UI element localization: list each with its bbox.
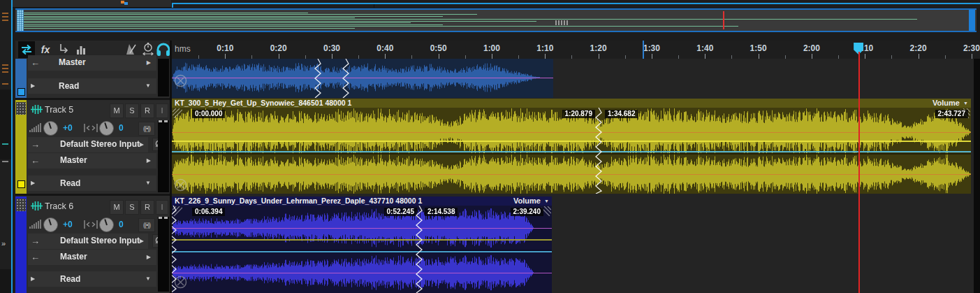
track5-output-selector[interactable]: ← Master ▶: [28, 153, 156, 169]
pan-icon: [84, 220, 98, 229]
track5-pan-knob[interactable]: [99, 121, 114, 136]
clip5-volume-envelope[interactable]: [172, 141, 971, 142]
meter-notch: [159, 120, 162, 122]
ruler-tick-label: 1:30: [643, 43, 660, 53]
track6-output-selector[interactable]: ← Master ▶: [28, 250, 156, 265]
track5-input-selector[interactable]: → Default Stereo Input ▶: [28, 137, 148, 152]
clip5-title: KT_300_5_Hey_Get_Up_Synowiec_846501 4800…: [175, 99, 351, 108]
panel-divider[interactable]: [170, 41, 172, 293]
expand-panel-chevrons[interactable]: »: [1, 239, 6, 248]
triangle-right-icon: ▶: [140, 238, 144, 245]
clip6-pan-envelope[interactable]: [172, 251, 552, 252]
clip6-volume-envelope[interactable]: [172, 239, 552, 241]
clip6-header[interactable]: KT_226_9_Sunny_Days_Under_Lehrman_Perez_…: [172, 196, 552, 206]
track5-drag-handle[interactable]: [16, 102, 26, 115]
clip-cut-zigzag[interactable]: [314, 59, 322, 98]
track6-name[interactable]: Track 6: [45, 201, 73, 211]
ruler-major-tick: [759, 54, 759, 59]
clip-time-label: 2:39.240: [511, 208, 543, 216]
clip-cut-zigzag[interactable]: [172, 206, 177, 293]
triangle-right-icon: ▶: [147, 157, 151, 164]
navigator-clip-line: [24, 14, 477, 15]
ruler-major-tick: [919, 54, 919, 59]
clip-time-label: 0:06.394: [192, 208, 225, 216]
editor-panel-focus-border-left: [172, 3, 173, 8]
track6-input-monitor-button[interactable]: I: [156, 200, 168, 215]
ruler-major-tick: [812, 54, 812, 59]
audio-clip-track5[interactable]: KT_300_5_Hey_Get_Up_Synowiec_846501 4800…: [172, 99, 971, 194]
track5-monitor-button[interactable]: ((•)): [138, 122, 155, 136]
track6-volume-value[interactable]: +0: [63, 220, 73, 229]
track5-color-strip[interactable]: [15, 100, 27, 194]
track5-solo-button[interactable]: S: [125, 103, 139, 118]
track5-volume-knob[interactable]: [43, 121, 58, 136]
clip6-center-line-R: [172, 273, 552, 273]
rail-marker: [2, 64, 8, 66]
track6-record-button[interactable]: R: [140, 200, 154, 215]
track4-automation-mode[interactable]: ▶ Read ▼: [28, 78, 156, 94]
clip-cut-zigzag[interactable]: [342, 59, 350, 98]
clip-cut-zigzag[interactable]: [594, 108, 603, 194]
clip5-header[interactable]: KT_300_5_Hey_Get_Up_Synowiec_846501 4800…: [172, 99, 971, 108]
audio-clip-track4[interactable]: [172, 59, 553, 98]
track5-automation-mode[interactable]: ▶ Read ▼: [28, 176, 156, 191]
track5-pan-value[interactable]: 0: [119, 123, 124, 133]
track-separator: [15, 98, 170, 100]
collapsed-panel-rail[interactable]: »: [0, 0, 11, 293]
track6-input-selector[interactable]: → Default Stereo Input ▶: [28, 234, 148, 249]
track5-record-button[interactable]: R: [140, 103, 154, 118]
audio-clip-track6[interactable]: KT_226_9_Sunny_Days_Under_Lehrman_Perez_…: [172, 196, 552, 293]
track5-input-label: Default Stereo Input: [60, 139, 140, 149]
ruler-major-tick: [652, 54, 652, 59]
track6-drag-handle[interactable]: [16, 199, 26, 211]
rail-marker: [2, 143, 8, 145]
clip5-envelope-mode[interactable]: Volume: [933, 99, 960, 108]
track6-automation-mode[interactable]: ▶ Read ▼: [28, 271, 156, 287]
pan-icon: [84, 123, 98, 133]
track4-output-label: Master: [59, 57, 86, 67]
track6-pan-value[interactable]: 0: [119, 220, 124, 229]
chevron-down-icon[interactable]: ▼: [544, 199, 549, 204]
track6-solo-button[interactable]: S: [125, 200, 139, 215]
clip5-fadein-handle[interactable]: [173, 108, 182, 118]
clip-cut-zigzag[interactable]: [415, 206, 423, 293]
track5-mute-button[interactable]: M: [110, 103, 124, 118]
track6-mute-button[interactable]: M: [110, 200, 124, 215]
triangle-right-icon: ▶: [140, 141, 144, 148]
ruler-major-tick: [972, 54, 972, 59]
clip6-envelope-mode[interactable]: Volume: [513, 196, 541, 206]
ruler-major-tick: [545, 54, 546, 59]
ruler-tick-label: 2:30: [963, 43, 980, 53]
zoom-navigator[interactable]: [15, 8, 977, 32]
track4-color-strip[interactable]: [15, 59, 27, 98]
track6-pan-knob[interactable]: [99, 217, 114, 232]
ruler-tick-label: 1:20: [590, 43, 607, 53]
track6-color-strip[interactable]: [15, 196, 27, 293]
output-arrow-icon: ←: [31, 156, 40, 165]
navigator-clip-line: [24, 17, 355, 18]
track4-color-chip[interactable]: [17, 88, 25, 96]
ruler-major-tick: [439, 54, 439, 59]
ruler-tick-label: 0:10: [217, 43, 233, 53]
track6-volume-knob[interactable]: [43, 217, 58, 232]
track5-name[interactable]: Track 5: [45, 105, 73, 115]
clip5-pan-envelope[interactable]: [172, 151, 971, 152]
navigator-clip-line: [24, 26, 738, 27]
navigator-tick: [555, 20, 557, 25]
clip4-fade-control-icon[interactable]: [174, 74, 187, 87]
ruler-major-tick: [385, 54, 386, 59]
chevron-down-icon[interactable]: ▼: [963, 101, 968, 106]
clip5-fade-control-icon[interactable]: [174, 178, 187, 192]
track5-volume-value[interactable]: +0: [63, 123, 73, 133]
rail-marker: [2, 161, 8, 162]
triangle-right-icon: ▶: [31, 83, 35, 90]
track4-level-meter: [158, 59, 169, 97]
level-bars-icon: [29, 123, 41, 133]
track5-color-chip[interactable]: [17, 180, 25, 188]
navigator-tick: [566, 20, 568, 25]
track6-automation-label: Read: [60, 274, 80, 284]
track5-automation-label: Read: [60, 178, 80, 188]
track4-output-selector[interactable]: ← Master ▶: [28, 55, 156, 71]
track5-input-monitor-button[interactable]: I: [156, 103, 168, 118]
track6-monitor-button[interactable]: ((•)): [138, 218, 155, 232]
